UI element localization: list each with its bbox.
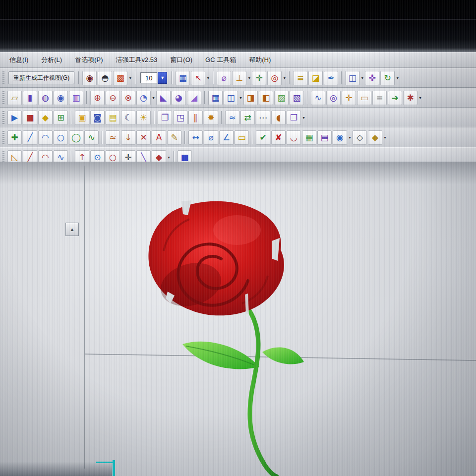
shaded-mode-icon[interactable]: ◆ bbox=[368, 130, 382, 145]
toolbar-drag-handle[interactable] bbox=[2, 91, 4, 104]
trim-body-icon[interactable]: ◨ bbox=[243, 91, 258, 105]
swept-icon[interactable]: ∿ bbox=[311, 91, 325, 105]
angular-dimension-icon[interactable]: ∠ bbox=[219, 130, 234, 145]
menu-item-analysis[interactable]: 分析(L) bbox=[35, 54, 68, 66]
component-icon[interactable]: ◳ bbox=[173, 111, 187, 125]
datum-plane-icon[interactable]: ▭ bbox=[357, 91, 371, 105]
layer-list-icon[interactable]: ≡ bbox=[293, 71, 307, 85]
line-icon[interactable]: ╱ bbox=[23, 130, 37, 145]
toolbar-drag-handle[interactable] bbox=[2, 131, 4, 144]
more-features-icon[interactable]: ✱ bbox=[403, 91, 417, 105]
arc-icon[interactable]: ◠ bbox=[38, 130, 53, 145]
section-view-icon[interactable]: ◪ bbox=[308, 71, 323, 85]
magnet-snap-icon[interactable]: ◡ bbox=[287, 130, 301, 145]
rose-stem[interactable] bbox=[246, 306, 277, 476]
open-folder-icon[interactable]: ▣ bbox=[75, 111, 89, 125]
target-select-icon[interactable]: ◎ bbox=[267, 71, 282, 85]
edge-blend-icon[interactable]: ◕ bbox=[172, 91, 186, 105]
rotate-view-dropdown-caret[interactable]: ▾ bbox=[395, 76, 400, 80]
zoom-window-dropdown-caret[interactable]: ▾ bbox=[360, 76, 364, 80]
approve-check-icon[interactable]: ✔ bbox=[256, 130, 270, 145]
save-icon[interactable]: ◙ bbox=[90, 111, 105, 125]
thicken-icon[interactable]: ▧ bbox=[290, 91, 304, 105]
draft-icon[interactable]: ◢ bbox=[187, 91, 201, 105]
scale-dropdown-button[interactable]: ▼ bbox=[158, 72, 167, 84]
scrollbar-up-button[interactable]: ▲ bbox=[65, 223, 79, 236]
finish-flag-dropdown-caret[interactable]: ▾ bbox=[167, 155, 171, 160]
information-icon[interactable]: ◆ bbox=[38, 111, 53, 125]
extrude-icon[interactable]: ▮ bbox=[23, 91, 37, 105]
sequence-icon[interactable]: ⋯ bbox=[256, 111, 270, 125]
select-pointer-dropdown-caret[interactable]: ▾ bbox=[206, 76, 210, 80]
menu-item-info[interactable]: 信息(I) bbox=[3, 54, 35, 66]
shell-icon[interactable]: ◔ bbox=[136, 91, 151, 105]
split-body-icon[interactable]: ◧ bbox=[259, 91, 273, 105]
rose-model[interactable] bbox=[148, 200, 304, 476]
load-options-dropdown-caret[interactable]: ▾ bbox=[301, 116, 306, 120]
rib-icon[interactable]: ▥ bbox=[69, 91, 83, 105]
sketch-icon[interactable]: ▱ bbox=[7, 91, 22, 105]
toolbar-drag-handle[interactable] bbox=[2, 111, 4, 124]
intersection-curve-icon[interactable]: ✕ bbox=[136, 130, 151, 145]
day-shade-icon[interactable]: ☀ bbox=[136, 111, 151, 125]
datum-csys-icon[interactable]: ✛ bbox=[342, 91, 356, 105]
menu-item-help[interactable]: 帮助(H) bbox=[242, 54, 277, 66]
note-icon[interactable]: ▤ bbox=[106, 111, 120, 125]
rose-leaf-left[interactable] bbox=[182, 342, 259, 369]
visualization-palette-dropdown-caret[interactable]: ▾ bbox=[128, 76, 132, 80]
layer-stack-icon[interactable]: ▤ bbox=[317, 130, 332, 145]
subtract-icon[interactable]: ⊖ bbox=[106, 91, 120, 105]
stop-icon[interactable]: ■ bbox=[23, 111, 37, 125]
ellipse-icon[interactable]: ◯ bbox=[69, 130, 83, 145]
move-object-icon[interactable]: ➔ bbox=[388, 91, 402, 105]
grid-icon[interactable]: ▦ bbox=[302, 130, 316, 145]
menu-item-gc-toolbox[interactable]: GC 工具箱 bbox=[199, 54, 242, 66]
render-style-icon[interactable]: ◓ bbox=[98, 71, 112, 85]
sew-icon[interactable]: ▨ bbox=[274, 91, 289, 105]
hole-icon[interactable]: ◉ bbox=[54, 91, 68, 105]
text-icon[interactable]: A bbox=[152, 130, 166, 145]
interpart-copy-icon[interactable]: ⇄ bbox=[240, 111, 255, 125]
offset-curve-icon[interactable]: ≈ bbox=[106, 130, 120, 145]
linear-dimension-icon[interactable]: ↔ bbox=[188, 130, 203, 145]
visualization-palette-icon[interactable]: ▩ bbox=[113, 71, 127, 85]
load-options-icon[interactable]: ❒ bbox=[287, 111, 301, 125]
target-select-dropdown-caret[interactable]: ▾ bbox=[282, 76, 287, 80]
perpendicular-constraint-dropdown-caret[interactable]: ▾ bbox=[247, 76, 251, 80]
perpendicular-constraint-icon[interactable]: ⊥ bbox=[232, 71, 246, 85]
exploded-view-icon[interactable]: ✸ bbox=[204, 111, 218, 125]
pan-view-icon[interactable]: ✜ bbox=[365, 71, 379, 85]
project-curve-icon[interactable]: ↓ bbox=[121, 130, 135, 145]
measure-diameter-icon[interactable]: ⌀ bbox=[217, 71, 231, 85]
assembly-icon[interactable]: ❐ bbox=[158, 111, 172, 125]
play-icon[interactable]: ▶ bbox=[7, 111, 22, 125]
graphics-viewport[interactable]: ▲ bbox=[0, 162, 476, 476]
chamfer-icon[interactable]: ◣ bbox=[156, 91, 171, 105]
menu-item-jieqiang-tools[interactable]: 洁强工具v2.53 bbox=[110, 54, 164, 66]
update-display-icon[interactable]: ◉ bbox=[82, 71, 97, 85]
more-features-dropdown-caret[interactable]: ▾ bbox=[418, 96, 422, 100]
pattern-feature-icon[interactable]: ▦ bbox=[208, 91, 223, 105]
expression-icon[interactable]: = bbox=[372, 91, 387, 105]
night-shade-icon[interactable]: ☾ bbox=[121, 111, 135, 125]
show-hide-icon[interactable]: ◉ bbox=[333, 130, 347, 145]
shell-dropdown-caret[interactable]: ▾ bbox=[151, 96, 156, 100]
regenerate-work-view-button[interactable]: 重新生成工作视图(G) bbox=[8, 71, 74, 84]
assembly-constraint-icon[interactable]: ∥ bbox=[188, 111, 203, 125]
shaded-mode-dropdown-caret[interactable]: ▾ bbox=[383, 135, 387, 140]
annotation-box-icon[interactable]: ▭ bbox=[235, 130, 249, 145]
wave-link-icon[interactable]: ≈ bbox=[225, 111, 239, 125]
toolbar-drag-handle[interactable] bbox=[2, 71, 4, 84]
view-scale-value[interactable]: 10 bbox=[140, 72, 157, 83]
work-layer-icon[interactable]: ▦ bbox=[176, 71, 190, 85]
wireframe-mode-icon[interactable]: ◇ bbox=[353, 130, 367, 145]
unite-icon[interactable]: ⊕ bbox=[90, 91, 105, 105]
circle-icon[interactable]: ○ bbox=[54, 130, 68, 145]
clearance-check-icon[interactable]: ◖ bbox=[271, 111, 286, 125]
show-hide-dropdown-caret[interactable]: ▾ bbox=[348, 135, 352, 140]
menu-item-window[interactable]: 窗口(O) bbox=[164, 54, 199, 66]
point-icon[interactable]: ✚ bbox=[7, 130, 22, 145]
radial-dimension-icon[interactable]: ⌀ bbox=[204, 130, 218, 145]
rose-leaf-right[interactable] bbox=[262, 347, 304, 364]
spline-icon[interactable]: ∿ bbox=[84, 130, 99, 145]
